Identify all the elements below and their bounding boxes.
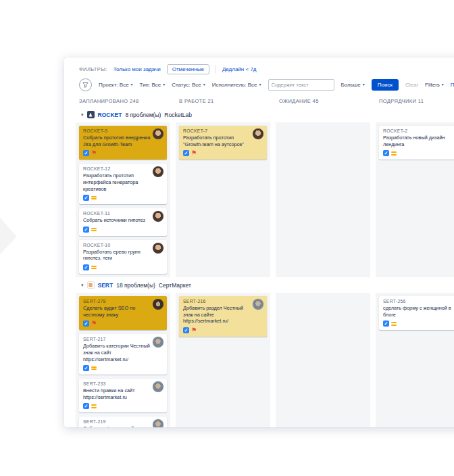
chevron-down-icon[interactable]: ▾ xyxy=(81,283,84,287)
issue-card[interactable]: ROCKET-12Разработать прототип интерфейса… xyxy=(79,164,167,204)
priority-flag-icon: ⚑ xyxy=(191,150,197,156)
search-filter-bar: Проект: Все ▾ Тип: Все ▾ Статус: Все ▾ И… xyxy=(79,78,454,91)
task-checkbox-icon: ✓ xyxy=(83,264,89,270)
card-icons: ✓ xyxy=(83,365,163,371)
card-key: SERT-278 xyxy=(83,299,163,304)
card-key: ROCKET-7 xyxy=(183,128,263,133)
priority-medium-icon xyxy=(91,366,97,371)
swimlane-project-link[interactable]: SERT xyxy=(98,282,114,289)
card-summary: Собрать прототип внедрения Jira для Grow… xyxy=(83,135,163,147)
card-summary: Сделать аудит SEO по честному знаку xyxy=(83,305,163,318)
swimlane-project-name: СертМаркет xyxy=(159,282,191,289)
card-key: SERT-233 xyxy=(83,381,163,386)
card-key: ROCKET-11 xyxy=(83,211,163,216)
board-column: ROCKET-7Разработать прототип "Growth-tea… xyxy=(176,122,270,277)
quick-filter-flagged[interactable]: Отмеченные xyxy=(167,64,209,74)
avatar xyxy=(153,419,163,427)
card-key: SERT-256 xyxy=(383,299,454,304)
quick-filter-bar: ФИЛЬТРЫ: Только мои задачи Отмеченные Де… xyxy=(79,64,454,75)
board-column xyxy=(276,293,370,427)
advanced-search-link[interactable]: Продвинутый xyxy=(451,82,454,88)
chevron-down-icon: ▾ xyxy=(363,82,365,87)
issue-card[interactable]: ROCKET-7Разработать прототип "Growth-tea… xyxy=(179,126,267,160)
bar xyxy=(89,285,93,287)
more-dropdown-label: Больше xyxy=(341,82,361,88)
task-checkbox-icon: ✓ xyxy=(83,365,89,371)
swimlane-columns: SERT-278Сделать аудит SEO по честному зн… xyxy=(76,293,454,427)
card-key: ROCKET-10 xyxy=(83,243,163,247)
avatar xyxy=(153,128,163,139)
chevron-down-icon: ▾ xyxy=(259,82,261,87)
card-icons: ✓⚑ xyxy=(83,320,163,327)
issue-card[interactable]: SERT-219Добавить фото на сайт https://se… xyxy=(79,416,167,427)
board-column: ROCKET-2Разработать новый дизайн лендинг… xyxy=(376,122,454,277)
board-lanes: ▾ROCKET8 проблем(ы)RocketLabROCKET-9Собр… xyxy=(76,109,454,427)
status-dropdown-label: Статус: Все xyxy=(172,82,201,88)
assignee-dropdown-label: Исполнитель: Все xyxy=(212,82,257,88)
board-panel: ФИЛЬТРЫ: Только мои задачи Отмеченные Де… xyxy=(64,57,454,427)
bar xyxy=(89,283,93,285)
task-checkbox-icon: ✓ xyxy=(383,320,389,327)
card-summary: Внести правки на сайт https://sertmarket… xyxy=(83,387,163,400)
issue-card[interactable]: ROCKET-11Собрать источники гипотез✓ xyxy=(79,208,167,236)
project-dropdown-label: Проект: Все xyxy=(99,82,129,88)
type-dropdown[interactable]: Тип: Все ▾ xyxy=(140,82,166,88)
issue-card[interactable]: SERT-217Добавить категории Честный знак … xyxy=(79,334,167,375)
card-key: SERT-219 xyxy=(83,419,163,424)
clear-button: Clear xyxy=(405,82,418,88)
card-icons: ✓⚑ xyxy=(83,150,163,156)
swimlane-header: ▾SERT18 проблем(ы)СертМаркет xyxy=(81,279,454,291)
chevron-down-icon: ▾ xyxy=(203,82,205,87)
quick-filter-deadline[interactable]: Дедлайн < 7д xyxy=(222,66,257,72)
card-summary: Собрать источники гипотез xyxy=(83,217,163,224)
task-checkbox-icon: ✓ xyxy=(183,150,189,156)
board-column: SERT-216Добавить раздел Честный знак на … xyxy=(176,293,270,427)
priority-medium-icon xyxy=(391,322,397,326)
task-checkbox-icon: ✓ xyxy=(83,320,89,327)
type-dropdown-label: Тип: Все xyxy=(140,82,161,88)
priority-medium-icon xyxy=(91,196,97,200)
quick-filter-only-my-issues[interactable]: Только мои задачи xyxy=(114,66,161,72)
issue-card[interactable]: ROCKET-10Разработать ерево групп гипотез… xyxy=(79,240,167,274)
priority-medium-icon xyxy=(391,151,397,156)
chevron-down-icon: ▾ xyxy=(442,82,444,87)
column-header: ОЖИДАНИЕ 45 xyxy=(276,98,370,104)
issue-card[interactable]: SERT-278Сделать аудит SEO по честному зн… xyxy=(79,296,167,330)
avatar xyxy=(153,299,163,310)
swimlane-issue-count: 18 проблем(ы) xyxy=(116,282,155,289)
chevron-down-icon[interactable]: ▾ xyxy=(81,112,84,117)
task-checkbox-icon: ✓ xyxy=(83,403,89,409)
search-button[interactable]: Поиск xyxy=(372,79,399,91)
card-summary: Разработать новый дизайн лендинга xyxy=(383,135,454,147)
priority-flag-icon: ⚑ xyxy=(91,150,97,156)
assignee-dropdown[interactable]: Исполнитель: Все ▾ xyxy=(212,82,261,88)
issue-card[interactable]: ROCKET-2Разработать новый дизайн лендинг… xyxy=(379,126,454,160)
issue-card[interactable]: SERT-233Внести правки на сайт https://se… xyxy=(79,379,167,412)
card-icons: ✓ xyxy=(83,403,163,409)
contains-text-input[interactable] xyxy=(268,79,334,91)
board-column: SERT-278Сделать аудит SEO по честному зн… xyxy=(76,293,170,427)
swimlane-project-link[interactable]: ROCKET xyxy=(98,112,122,118)
funnel-icon[interactable] xyxy=(79,78,92,91)
status-dropdown[interactable]: Статус: Все ▾ xyxy=(172,82,205,88)
more-dropdown[interactable]: Больше ▾ xyxy=(341,82,365,88)
column-header: В РАБОТЕ 21 xyxy=(176,98,270,104)
card-key: SERT-216 xyxy=(183,299,263,304)
board-column xyxy=(276,122,370,277)
card-icons: ✓⚑ xyxy=(183,150,263,156)
task-checkbox-icon: ✓ xyxy=(83,227,89,233)
card-summary: Разработать прототип "Growth-team на аут… xyxy=(183,135,263,147)
issue-card[interactable]: ROCKET-9Собрать прототип внедрения Jira … xyxy=(79,126,167,160)
avatar xyxy=(153,381,163,392)
decorative-arrow xyxy=(0,218,17,254)
card-icons: ✓⚑ xyxy=(183,327,263,333)
project-dropdown[interactable]: Проект: Все ▾ xyxy=(99,82,133,88)
card-key: ROCKET-2 xyxy=(383,128,454,133)
swimlane-header: ▾ROCKET8 проблем(ы)RocketLab xyxy=(81,109,454,120)
issue-card[interactable]: SERT-256сделать форму с женщиной в блоге… xyxy=(379,296,454,330)
task-checkbox-icon: ✓ xyxy=(383,150,389,156)
card-icons: ✓ xyxy=(383,320,454,327)
card-key: SERT-217 xyxy=(83,337,163,341)
filters-dropdown[interactable]: Filters ▾ xyxy=(425,82,444,88)
issue-card[interactable]: SERT-216Добавить раздел Честный знак на … xyxy=(179,296,267,337)
